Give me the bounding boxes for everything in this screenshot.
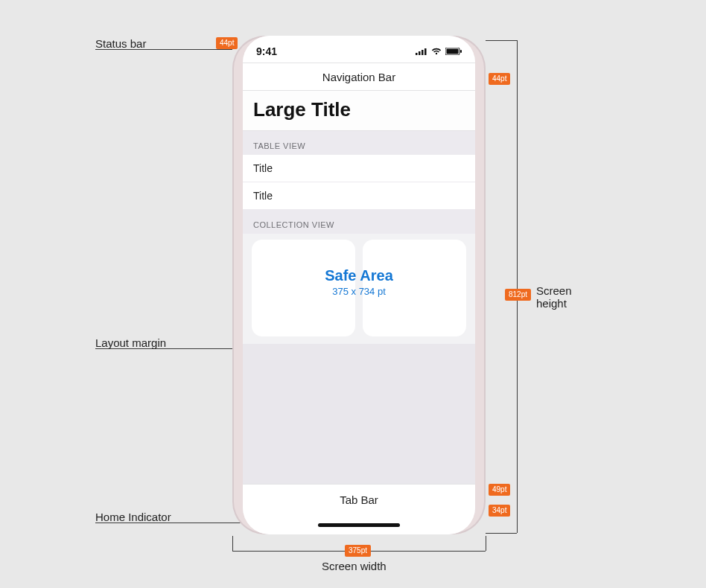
tab-bar-label: Tab Bar — [340, 493, 378, 506]
status-bar: 9:41 — [243, 36, 475, 63]
label-screen-height: Screen height — [536, 284, 596, 310]
svg-rect-5 — [447, 49, 459, 54]
tag-tab-height: 49pt — [489, 484, 510, 496]
tag-screen-height: 812pt — [505, 289, 531, 301]
leader-line — [486, 536, 486, 551]
leader-line — [517, 40, 518, 533]
content-spacer — [243, 344, 475, 484]
home-indicator[interactable] — [318, 523, 400, 527]
signal-icon — [416, 48, 427, 55]
leader-line — [486, 40, 517, 41]
status-time: 9:41 — [256, 45, 277, 57]
collection-card[interactable] — [252, 240, 355, 336]
table-row[interactable]: Title — [243, 155, 475, 182]
nav-title: Navigation Bar — [322, 71, 395, 83]
svg-rect-3 — [424, 48, 427, 55]
collection-card[interactable] — [363, 240, 466, 336]
tag-nav-height: 44pt — [489, 73, 510, 85]
diagram-stage: Status bar Layout margin Home Indicator … — [0, 0, 706, 588]
wifi-icon — [431, 48, 442, 55]
label-home-indicator: Home Indicator — [95, 511, 171, 523]
collection-section-header: COLLECTION VIEW — [243, 210, 475, 234]
phone-screen: 9:41 Navigation Bar Large Title TABLE VI… — [243, 36, 475, 534]
large-title-row: Large Title — [243, 91, 475, 131]
leader-line — [232, 536, 233, 551]
large-title: Large Title — [253, 98, 351, 121]
label-status-bar: Status bar — [95, 37, 146, 50]
label-layout-margin: Layout margin — [95, 336, 166, 349]
leader-line — [486, 533, 517, 534]
tag-home-height: 34pt — [489, 505, 510, 517]
phone-frame: 9:41 Navigation Bar Large Title TABLE VI… — [232, 36, 486, 534]
label-screen-width: Screen width — [322, 560, 387, 572]
collection-view: Safe Area 375 x 734 pt — [243, 234, 475, 344]
table-section-header: TABLE VIEW — [243, 131, 475, 155]
tag-status-height: 44pt — [216, 37, 238, 49]
table-row[interactable]: Title — [243, 182, 475, 210]
tag-screen-width: 375pt — [345, 545, 371, 557]
tab-bar[interactable]: Tab Bar — [243, 484, 475, 515]
svg-rect-6 — [460, 50, 462, 53]
svg-rect-1 — [419, 51, 421, 55]
home-indicator-row — [243, 515, 475, 534]
battery-icon — [445, 48, 462, 55]
svg-rect-2 — [422, 50, 424, 55]
svg-rect-0 — [416, 53, 418, 55]
status-icons — [416, 48, 462, 55]
navigation-bar: Navigation Bar — [243, 63, 475, 91]
